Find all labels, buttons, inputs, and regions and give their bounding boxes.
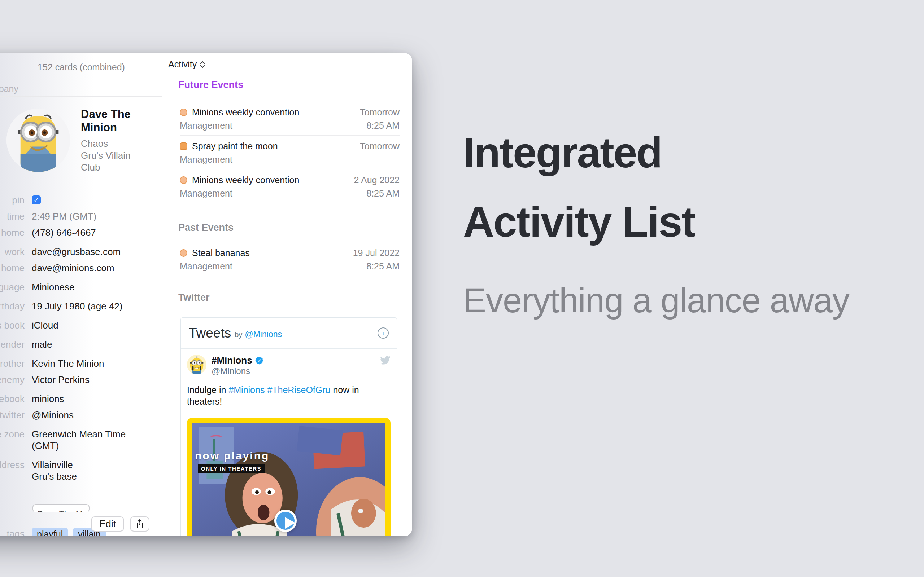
event-time: 8:25 AM xyxy=(366,261,399,272)
past-events-title: Past Events xyxy=(178,222,234,233)
contact-field-row: work dave@grusbase.com xyxy=(0,246,162,258)
contact-avatar xyxy=(6,108,70,172)
event-calendar: Management xyxy=(180,188,366,199)
activity-view-selector[interactable]: Activity xyxy=(168,59,205,69)
field-value: dave@minions.com xyxy=(32,262,115,274)
event-row[interactable]: Minions weekly convention Tomorrow Manag… xyxy=(180,102,399,135)
contact-field-row: gender male xyxy=(0,338,162,350)
field-label: work xyxy=(0,246,24,258)
only-in-theaters-badge: ONLY IN THEATERS xyxy=(198,464,265,473)
field-value: dave@grusbase.com xyxy=(32,246,121,258)
field-label: address book xyxy=(0,319,24,331)
field-value-muted: 2:49 PM (GMT) xyxy=(32,211,96,222)
share-icon xyxy=(136,519,144,529)
event-title: Minions weekly convention xyxy=(192,175,354,185)
event-calendar: Management xyxy=(180,261,366,272)
event-calendar: Management xyxy=(180,121,366,131)
field-value: iCloud xyxy=(32,319,58,331)
event-calendar: Management xyxy=(180,154,399,165)
edited-by-chip[interactable]: Dave The Minion xyxy=(32,504,89,513)
field-value: Villainville Gru's base xyxy=(32,459,77,482)
event-row[interactable]: Minions weekly convention 2 Aug 2022 Man… xyxy=(180,169,399,203)
tweet-text-segment: #TheRiseOfGru xyxy=(267,385,330,395)
tweets-title: Tweets xyxy=(189,326,231,341)
field-label: time xyxy=(0,211,24,222)
contact-field-row: brother Kevin The Minion xyxy=(0,358,162,369)
event-date: Tomorrow xyxy=(360,107,399,118)
share-button[interactable] xyxy=(130,516,149,532)
tweet-author-name[interactable]: #Minions xyxy=(212,355,252,366)
field-value: @Minions xyxy=(32,409,74,421)
event-type-icon xyxy=(180,176,187,184)
event-date: Tomorrow xyxy=(360,141,399,152)
twitter-bird-icon[interactable] xyxy=(380,355,391,366)
contact-field-row: home (478) 646-4667 xyxy=(0,227,162,239)
event-title: Minions weekly convention xyxy=(192,107,360,118)
twitter-timeline-widget: Tweets by @Minions i xyxy=(181,318,397,536)
edit-button[interactable]: Edit xyxy=(91,516,124,532)
event-time: 8:25 AM xyxy=(366,121,399,131)
event-row[interactable]: Steal bananas 19 Jul 2022 Management 8:2… xyxy=(180,242,399,276)
info-icon[interactable]: i xyxy=(378,327,389,338)
tag-pill[interactable]: playful xyxy=(32,528,68,536)
tweet-text: Indulge in #Minions #TheRiseOfGru now in… xyxy=(187,384,391,407)
contact-field-row: pin xyxy=(0,194,162,206)
contact-organization: Gru's Villain Club xyxy=(81,150,142,174)
minion-cartoon-avatar xyxy=(187,355,207,374)
tweet-author-avatar xyxy=(187,355,207,374)
field-label: gender xyxy=(0,338,24,350)
event-date: 2 Aug 2022 xyxy=(354,175,399,185)
field-value: 19 July 1980 (age 42) xyxy=(32,300,123,312)
hero-title-line1: Integrated xyxy=(463,128,662,177)
event-row[interactable]: Spray paint the moon Tomorrow Management xyxy=(180,135,399,169)
past-events-list: Steal bananas 19 Jul 2022 Management 8:2… xyxy=(180,242,399,276)
tweets-by-label: by xyxy=(234,331,242,339)
contact-field-row: facebook minions xyxy=(0,393,162,405)
edited-by-chip-text: Dave The Minion xyxy=(37,509,89,513)
contact-identity: Dave The Minion Chaos Gru's Villain Club xyxy=(81,108,142,174)
field-value: Kevin The Minion xyxy=(32,358,104,369)
contact-field-row: time zone Greenwich Mean Time (GMT) xyxy=(0,429,162,451)
event-type-icon xyxy=(180,142,187,150)
future-events-title: Future Events xyxy=(178,79,243,90)
play-button[interactable] xyxy=(274,509,297,532)
field-label: home xyxy=(0,262,24,274)
contact-app-window: 152 cards (combined) company xyxy=(0,53,412,536)
company-field-label: company xyxy=(0,84,18,94)
tweet-widget-header: Tweets by @Minions i xyxy=(181,318,397,349)
tweet-text-segment: Indulge in xyxy=(187,385,228,395)
tweets-handle-link[interactable]: @Minions xyxy=(245,330,282,339)
field-label: brother xyxy=(0,358,24,369)
contact-field-row: enemy Victor Perkins xyxy=(0,374,162,385)
pin-checkbox[interactable] xyxy=(32,195,41,205)
field-label: birthday xyxy=(0,300,24,312)
field-label: time zone xyxy=(0,429,24,440)
activity-pane: Activity Future Events Minions weekly co… xyxy=(162,53,412,536)
contact-field-row: twitter @Minions xyxy=(0,409,162,421)
field-label: home xyxy=(0,227,24,239)
field-label: language xyxy=(0,281,24,293)
contact-name: Dave The Minion xyxy=(81,108,142,134)
tweet[interactable]: #Minions @Minions Indulge i xyxy=(181,349,397,536)
video-thumbnail: now playing ONLY IN THEATERS xyxy=(192,423,386,536)
verified-badge-icon xyxy=(255,356,263,364)
tweet-media[interactable]: now playing ONLY IN THEATERS xyxy=(187,418,391,536)
activity-selector-label: Activity xyxy=(168,59,197,69)
minion-avatar-illustration xyxy=(6,108,70,172)
field-label: address xyxy=(0,459,24,471)
field-label: pin xyxy=(0,194,24,206)
tags-label: tags xyxy=(0,528,24,536)
contact-field-row: address book iCloud xyxy=(0,319,162,331)
field-label: enemy xyxy=(0,374,24,385)
hero-title-line2: Activity List xyxy=(463,197,695,246)
contact-role: Chaos xyxy=(81,138,142,150)
field-label: facebook xyxy=(0,393,24,405)
twitter-section-title: Twitter xyxy=(178,292,210,303)
hero-subtitle: Everything a glance away xyxy=(463,280,849,320)
now-playing-badge: now playing xyxy=(195,450,269,462)
event-title: Spray paint the moon xyxy=(192,141,360,152)
event-time: 8:25 AM xyxy=(366,188,399,199)
event-title: Steal bananas xyxy=(192,248,353,258)
contact-field-row: language Minionese xyxy=(0,281,162,293)
contact-fields: pin time 2:49 PM (GMT) home (478) 646-46… xyxy=(0,190,162,482)
